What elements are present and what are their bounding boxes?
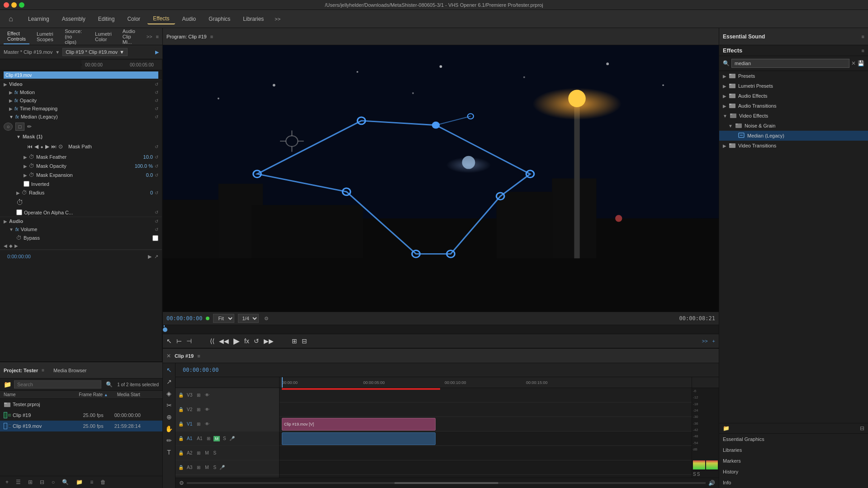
mask-expansion-value[interactable]: 0.0 (146, 172, 153, 178)
radius-expand[interactable]: ▶ (16, 190, 20, 195)
freeform-view-icon[interactable]: ⊟ (38, 478, 46, 486)
menu-effects[interactable]: Effects (147, 14, 175, 24)
tree-item-video-effects[interactable]: ▼ Video Effects (719, 111, 868, 121)
tree-item-median-legacy[interactable]: Median (Legacy) (719, 131, 868, 141)
volume-row[interactable]: ▼ fx Volume ↺ (0, 225, 162, 233)
tl-bottom-settings-icon[interactable]: ⚙ (179, 480, 184, 486)
operate-alpha-reset[interactable]: ↺ (155, 210, 158, 215)
mask-feather-value[interactable]: 10.0 (143, 154, 153, 160)
mask-opacity-value[interactable]: 100.0 % (135, 163, 153, 169)
tab-source[interactable]: Source: (no clips) (61, 27, 88, 47)
radius-row[interactable]: ▶ ⏱ Radius 0 ↺ (0, 188, 162, 197)
maximize-button[interactable] (19, 2, 24, 8)
tree-item-presets[interactable]: ▶ Presets (719, 71, 868, 81)
meter-s1-btn[interactable]: S (693, 472, 696, 477)
essential-sound-menu-icon[interactable]: ≡ (862, 34, 864, 39)
a3-mic-icon[interactable]: 🎤 (219, 465, 225, 470)
effects-new-bin-icon[interactable]: 📁 (723, 425, 730, 431)
new-folder-icon[interactable]: 📁 (74, 478, 85, 486)
automate-icon[interactable]: ○ (50, 478, 57, 486)
mask-pb-back[interactable]: ⏮ (27, 143, 33, 150)
volume-expand[interactable]: ▼ (9, 227, 14, 232)
v2-lock-icon[interactable]: 🔒 (178, 407, 184, 412)
menu-audio[interactable]: Audio (177, 14, 202, 24)
tab-lumetri-color[interactable]: Lumetri Color (91, 29, 115, 44)
transport-play-btn[interactable]: ▶ (233, 336, 240, 346)
menu-more[interactable]: >> (271, 14, 284, 24)
a1-source-label[interactable]: A1 (185, 436, 194, 441)
transport-overwrite-btn[interactable]: ⊟ (302, 337, 307, 345)
side-libraries[interactable]: Libraries (719, 445, 868, 455)
tree-item-lumetri-presets[interactable]: ▶ Lumetri Presets (719, 81, 868, 91)
clip-a1-block[interactable] (282, 432, 436, 445)
side-history[interactable]: History (719, 466, 868, 477)
median-row[interactable]: ▼ fx Median (Legacy) ↺ (0, 113, 162, 121)
opacity-row[interactable]: ▶ fx Opacity ↺ (0, 96, 162, 104)
mask-expansion-expand[interactable]: ▶ (24, 173, 27, 178)
transport-trim-btn[interactable]: ⊢ (176, 337, 182, 345)
v2-track-btn1[interactable]: ⊞ (195, 407, 202, 412)
tree-item-audio-transitions[interactable]: ▶ Audio Transitions (719, 101, 868, 111)
track-select-tool[interactable]: ↗ (164, 377, 174, 387)
time-remap-row[interactable]: ▶ fx Time Remapping ↺ (0, 104, 162, 113)
a2-track-btn1[interactable]: ⊞ (195, 450, 202, 456)
project-item-folder[interactable]: Tester.prproj (0, 399, 162, 410)
mask1-row[interactable]: ▼ Mask (1) (0, 133, 162, 141)
mask-pb-track[interactable]: ⊙ (58, 143, 63, 150)
mask-expansion-reset[interactable]: ↺ (155, 173, 158, 178)
effects-search-save-icon[interactable]: 💾 (858, 60, 864, 66)
project-menu-icon[interactable]: ≡ (42, 368, 44, 373)
project-item-clip19[interactable]: Clip #19 25.00 fps 00:00:00:00 (0, 410, 162, 421)
panel-options-icon[interactable]: ≡ (156, 34, 159, 39)
a2-m-btn[interactable]: M (204, 450, 210, 456)
radius-reset[interactable]: ↺ (155, 190, 158, 195)
a2-track-name[interactable]: A2 (185, 450, 194, 456)
menu-color[interactable]: Color (122, 14, 146, 24)
select-tool[interactable]: ↖ (164, 365, 174, 375)
timeline-close-icon[interactable]: ✕ (166, 353, 171, 359)
video-reset[interactable]: ↺ (155, 82, 158, 87)
v2-track-name[interactable]: V2 (185, 407, 194, 412)
inverted-checkbox[interactable] (24, 181, 29, 187)
vol-fwd-btn[interactable]: ▶ (14, 243, 18, 248)
mask-opacity-reset[interactable]: ↺ (155, 164, 158, 169)
quality-dropdown[interactable]: 1/4 (238, 314, 259, 323)
track-v1-content[interactable]: Clip #19.mov [V] (280, 417, 692, 431)
a3-s-btn[interactable]: S (212, 464, 218, 470)
razor-tool[interactable]: ✂ (164, 400, 174, 410)
project-search-input[interactable] (14, 380, 101, 389)
ec-timecode[interactable]: 0:00:00:00 (4, 252, 34, 261)
v1-lock-icon[interactable]: 🔒 (178, 422, 184, 426)
a1-m-btn[interactable]: M (213, 436, 220, 441)
vol-back-btn[interactable]: ◀ (4, 243, 7, 248)
mask-expansion-stopwatch[interactable]: ⏱ (29, 172, 34, 178)
v1-track-name[interactable]: V1 (185, 421, 194, 427)
mask-opacity-stopwatch[interactable]: ⏱ (29, 163, 34, 169)
operate-alpha-checkbox[interactable] (16, 209, 22, 215)
mask-pb-next[interactable]: ▶ (45, 143, 49, 150)
pen-tool[interactable]: ✏ (164, 436, 174, 445)
a2-lock-icon[interactable]: 🔒 (178, 450, 184, 455)
bypass-checkbox[interactable] (152, 235, 158, 241)
forward-arrow[interactable]: ▶ (155, 49, 159, 55)
scrubber-handle[interactable] (163, 327, 167, 332)
clip-v1-block[interactable]: Clip #19.mov [V] (282, 418, 436, 431)
timeline-menu-icon[interactable]: ≡ (197, 353, 200, 359)
menu-graphics[interactable]: Graphics (203, 14, 236, 24)
menu-libraries[interactable]: Libraries (237, 14, 269, 24)
mask1-expand[interactable]: ▼ (16, 134, 21, 139)
effects-panel-menu-icon[interactable]: ≡ (862, 48, 864, 53)
monitor-settings-icon[interactable]: ⚙ (264, 316, 269, 322)
ripple-tool[interactable]: ◈ (164, 389, 174, 398)
project-search-icon[interactable]: 🔍 (104, 380, 114, 389)
radius-stopwatch[interactable]: ⏱ (22, 190, 27, 196)
v3-track-name[interactable]: V3 (185, 392, 194, 398)
tab-effect-controls[interactable]: Effect Controls (4, 29, 29, 44)
mask-opacity-row[interactable]: ▶ ⏱ Mask Opacity 100.0 % ↺ (0, 161, 162, 171)
v1-track-btn1[interactable]: ⊞ (195, 421, 202, 427)
tree-item-audio-effects[interactable]: ▶ Audio Effects (719, 91, 868, 101)
transport-step-back-btn[interactable]: ⟨⟨ (210, 337, 214, 345)
ec-play-button[interactable]: ▶ (148, 254, 152, 260)
minimize-button[interactable] (11, 2, 17, 8)
close-button[interactable] (4, 2, 9, 8)
